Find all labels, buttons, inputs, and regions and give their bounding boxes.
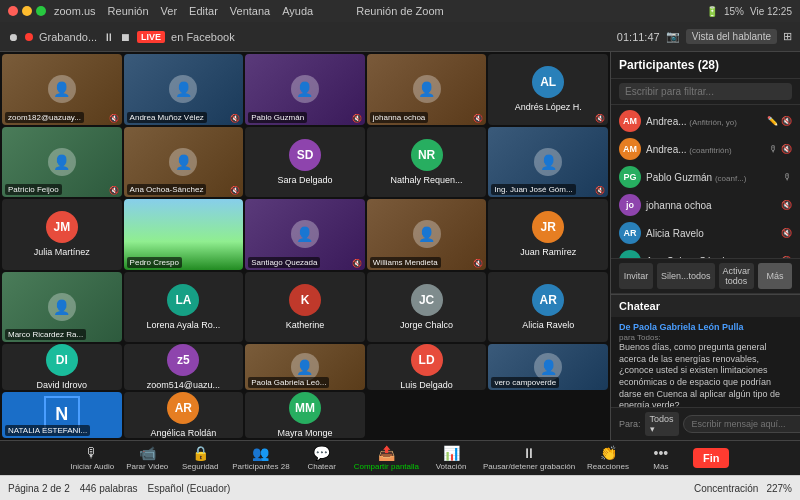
security-icon: 🔒 — [192, 445, 209, 461]
participants-btn[interactable]: 👥 Participantes 28 — [232, 445, 289, 471]
battery-level: 15% — [724, 6, 744, 17]
participant-avatar-6: AO — [619, 250, 641, 258]
participants-header: Participantes (28) — [611, 52, 800, 79]
participant-item-6[interactable]: AO Ana Ochoa-Sánchez 🔇 — [611, 247, 800, 258]
participant-fullname-1: Andrea... (Anfitrión, yo) — [646, 116, 762, 127]
maximize-btn[interactable] — [36, 6, 46, 16]
menu-editar[interactable]: Editar — [189, 5, 218, 17]
video-cell-19[interactable]: DI David Idrovo — [2, 344, 122, 390]
video-cell-5[interactable]: AL Andrés López H. 🔇 — [488, 54, 608, 125]
video-cell-4[interactable]: 👤 johanna ochoa 🔇 — [367, 54, 487, 125]
video-cell-20[interactable]: z5 zoom514@uazu... — [124, 344, 244, 390]
speaker-view-btn[interactable]: Vista del hablante — [686, 29, 777, 44]
video-cell-25[interactable]: MM Mayra Monge — [245, 392, 365, 438]
video-cell-22[interactable]: LD Luis Delgado — [367, 344, 487, 390]
minimize-btn[interactable] — [22, 6, 32, 16]
participant-item-4[interactable]: jo johanna ochoa 🔇 — [611, 191, 800, 219]
participant-avatar-1: AM — [619, 110, 641, 132]
video-cell-3[interactable]: 👤 Pablo Guzmán 🔇 — [245, 54, 365, 125]
participant-item-1[interactable]: AM Andrea... (Anfitrión, yo) ✏️ 🔇 — [611, 107, 800, 135]
invite-btn[interactable]: Invitar — [619, 263, 653, 289]
participant-name-24: Angélica Roldán — [151, 428, 217, 438]
video-cell-7[interactable]: 👤 Ana Ochoa-Sánchez 🔇 — [124, 127, 244, 198]
video-btn[interactable]: 📹 Parar Video — [126, 445, 168, 471]
video-cell-13[interactable]: 👤 Williams Mendieta 🔇 — [367, 199, 487, 270]
more-btn[interactable]: Más — [758, 263, 792, 289]
participant-name-3: Pablo Guzmán — [248, 112, 307, 123]
participant-item-3[interactable]: PG Pablo Guzmán (coanf...) 🎙 — [611, 163, 800, 191]
video-cell-katherine[interactable]: K Katherine — [245, 272, 365, 343]
video-cell-21[interactable]: 👤 Paola Gabriela Leó... — [245, 344, 365, 390]
video-cell-23[interactable]: 👤 vero campoverde — [488, 344, 608, 390]
record-icon-tb: ⏸ — [522, 445, 536, 461]
video-cell-17[interactable]: JC Jorge Chalco — [367, 272, 487, 343]
video-cell-9[interactable]: NR Nathaly Requen... — [367, 127, 487, 198]
mic-off-icon-2: 🔇 — [230, 114, 240, 123]
video-cell-6[interactable]: 👤 Patricio Feijoo 🔇 — [2, 127, 122, 198]
video-cell-11[interactable]: JM Julia Martínez — [2, 199, 122, 270]
menu-reunion[interactable]: Reunión — [108, 5, 149, 17]
share-label: Compartir pantalla — [354, 462, 419, 471]
participant-name-natalia: NATALIA ESTEFANI... — [5, 425, 90, 436]
participants-search[interactable] — [619, 83, 792, 100]
zoom-level: 227% — [766, 483, 792, 494]
mute-all-btn[interactable]: Silen...todos — [657, 263, 715, 289]
recording-label: Grabando... — [39, 31, 97, 43]
participant-name-23: vero campoverde — [491, 377, 559, 388]
participant-name-5: Andrés López H. — [515, 102, 582, 112]
language-selector[interactable]: Español (Ecuador) — [148, 483, 231, 494]
chat-input[interactable] — [683, 415, 800, 433]
mic-off-icon-1: 🔇 — [109, 114, 119, 123]
menu-ayuda[interactable]: Ayuda — [282, 5, 313, 17]
participants-panel: Participantes (28) AM Andrea... (Anfitri… — [610, 52, 800, 440]
chat-from-1: De Paola Gabriela León Pulla — [619, 322, 792, 332]
main-container: 👤 zoom182@uazuay... 🔇 👤 Andrea Muñoz Vél… — [0, 52, 800, 440]
close-btn[interactable] — [8, 6, 18, 16]
video-cell-18[interactable]: AR Alicia Ravelo — [488, 272, 608, 343]
participant-name-pedro: Pedro Crespo — [127, 257, 182, 268]
unmute-all-btn[interactable]: Activar todos — [719, 263, 755, 289]
chat-label: Chatear — [307, 462, 335, 471]
grid-icon[interactable]: ⊞ — [783, 30, 792, 43]
video-cell-12[interactable]: 👤 Santiago Quezada 🔇 — [245, 199, 365, 270]
video-cell-14[interactable]: JR Juan Ramírez — [488, 199, 608, 270]
participant-name-15: Marco Ricardez Ra... — [5, 329, 86, 340]
security-btn[interactable]: 🔒 Seguridad — [180, 445, 220, 471]
chat-btn[interactable]: 💬 Chatear — [302, 445, 342, 471]
participants-label: Participantes 28 — [232, 462, 289, 471]
reactions-btn[interactable]: 👏 Reacciones — [587, 445, 629, 471]
video-cell-24[interactable]: AR Angélica Roldán — [124, 392, 244, 438]
mic-off-icon-10: 🔇 — [595, 186, 605, 195]
video-cell-15[interactable]: 👤 Marco Ricardez Ra... — [2, 272, 122, 343]
record-btn[interactable]: ⏸ Pausar/detener grabación — [483, 445, 575, 471]
zoom-toolbar: ⏺ Grabando... ⏸ ⏹ LIVE en Facebook 01:11… — [0, 22, 800, 52]
video-cell-natalia[interactable]: N NATALIA ESTEFANI... — [2, 392, 122, 438]
video-cell-1[interactable]: 👤 zoom182@uazuay... 🔇 — [2, 54, 122, 125]
participant-fullname-4: johanna ochoa — [646, 200, 776, 211]
page-indicator: Página 2 de 2 — [8, 483, 70, 494]
polling-btn[interactable]: 📊 Votación — [431, 445, 471, 471]
pause-record-btn[interactable]: ⏸ — [103, 31, 114, 43]
video-cell-16[interactable]: LA Lorena Ayala Ro... — [124, 272, 244, 343]
battery-icon: 🔋 — [706, 6, 718, 17]
video-cell-2[interactable]: 👤 Andrea Muñoz Vélez 🔇 — [124, 54, 244, 125]
status-bar: Página 2 de 2 446 palabras Español (Ecua… — [0, 475, 800, 500]
chat-to-selector[interactable]: Todos ▾ — [645, 412, 679, 436]
participants-icon: 👥 — [252, 445, 269, 461]
stop-record-btn[interactable]: ⏹ — [120, 31, 131, 43]
mic-off-icon-4: 🔇 — [473, 114, 483, 123]
end-meeting-btn[interactable]: Fin — [693, 448, 730, 468]
participant-item-5[interactable]: AR Alicia Ravelo 🔇 — [611, 219, 800, 247]
audio-btn[interactable]: 🎙 Iniciar Audio — [71, 445, 115, 471]
menu-ver[interactable]: Ver — [161, 5, 178, 17]
share-btn[interactable]: 📤 Compartir pantalla — [354, 445, 419, 471]
video-cell-pedro[interactable]: Pedro Crespo — [124, 199, 244, 270]
participant-name-16: Lorena Ayala Ro... — [146, 320, 220, 330]
video-label: Parar Video — [126, 462, 168, 471]
menu-ventana[interactable]: Ventana — [230, 5, 270, 17]
video-cell-8[interactable]: SD Sara Delgado — [245, 127, 365, 198]
participant-item-2[interactable]: AM Andrea... (coanfitrión) 🎙 🔇 — [611, 135, 800, 163]
video-cell-10[interactable]: 👤 Ing. Juan José Góm... 🔇 — [488, 127, 608, 198]
participant-status-3: 🎙 — [783, 172, 792, 182]
more-options-btn[interactable]: ••• Más — [641, 445, 681, 471]
